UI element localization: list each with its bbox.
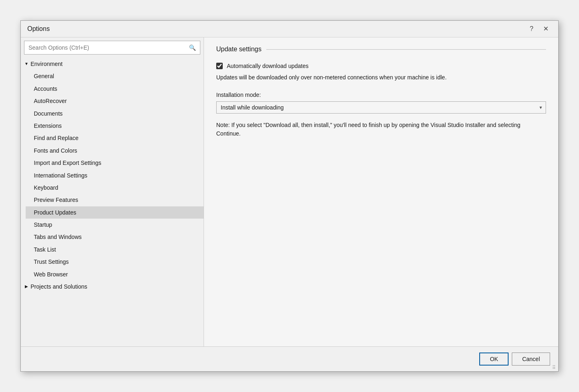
tree-item-environment[interactable]: ▼ Environment	[21, 58, 204, 70]
tree-item-keyboard[interactable]: Keyboard	[26, 182, 204, 194]
projects-label: Projects and Solutions	[31, 282, 87, 291]
tree-item-extensions[interactable]: Extensions	[26, 120, 204, 132]
tree-item-accounts[interactable]: Accounts	[26, 83, 204, 95]
auto-download-label: Automatically download updates	[227, 63, 309, 69]
section-title: Update settings	[216, 46, 261, 53]
environment-label: Environment	[31, 59, 63, 68]
search-icon: 🔍	[189, 44, 196, 51]
note-text: Note: If you select "Download all, then …	[216, 121, 522, 138]
tree-item-autorecover[interactable]: AutoRecover	[26, 95, 204, 107]
tree-item-startup[interactable]: Startup	[26, 219, 204, 231]
options-dialog: Options ? ✕ 🔍 ▼ Environment	[20, 20, 559, 372]
installation-mode-dropdown[interactable]: Install while downloading Download all, …	[216, 101, 546, 114]
dialog-title: Options	[27, 25, 50, 33]
environment-children: General Accounts AutoRecover Documents E…	[21, 70, 204, 280]
search-input[interactable]	[29, 44, 189, 51]
ok-button[interactable]: OK	[479, 353, 509, 366]
tree-item-documents[interactable]: Documents	[26, 107, 204, 120]
left-panel: 🔍 ▼ Environment General Accounts AutoRec…	[21, 37, 204, 346]
right-panel: Update settings Automatically download u…	[204, 37, 558, 346]
tree-item-product-updates[interactable]: Product Updates	[26, 206, 204, 219]
installation-mode-label: Installation mode:	[216, 92, 546, 98]
tree-item-find-replace[interactable]: Find and Replace	[26, 132, 204, 144]
search-box[interactable]: 🔍	[24, 41, 200, 55]
help-button[interactable]: ?	[526, 25, 537, 33]
section-header: Update settings	[216, 46, 546, 53]
tree-item-task-list[interactable]: Task List	[26, 243, 204, 256]
cancel-button[interactable]: Cancel	[512, 353, 550, 366]
tree-item-general[interactable]: General	[26, 70, 204, 82]
title-bar: Options ? ✕	[21, 21, 558, 37]
auto-download-row: Automatically download updates	[216, 63, 546, 69]
tree-item-fonts-colors[interactable]: Fonts and Colors	[26, 145, 204, 157]
tree-item-projects[interactable]: ▶ Projects and Solutions	[21, 280, 204, 293]
tree-item-web-browser[interactable]: Web Browser	[26, 268, 204, 280]
auto-download-description: Updates will be downloaded only over non…	[216, 73, 522, 82]
tree-item-tabs-windows[interactable]: Tabs and Windows	[26, 231, 204, 243]
dialog-body: 🔍 ▼ Environment General Accounts AutoRec…	[21, 37, 558, 346]
dialog-footer: OK Cancel	[21, 346, 558, 371]
chevron-right-icon: ▶	[24, 283, 29, 290]
tree-item-preview[interactable]: Preview Features	[26, 194, 204, 206]
tree-item-import-export[interactable]: Import and Export Settings	[26, 157, 204, 169]
dropdown-wrapper: Install while downloading Download all, …	[216, 101, 546, 114]
resize-handle[interactable]: ⠿	[552, 365, 557, 370]
auto-download-checkbox[interactable]	[216, 63, 223, 69]
tree-item-international[interactable]: International Settings	[26, 169, 204, 182]
tree-view: ▼ Environment General Accounts AutoRecov…	[21, 58, 204, 346]
chevron-down-icon: ▼	[24, 61, 29, 67]
close-button[interactable]: ✕	[540, 25, 552, 33]
tree-item-trust-settings[interactable]: Trust Settings	[26, 256, 204, 268]
title-bar-controls: ? ✕	[526, 25, 552, 33]
section-divider	[266, 49, 546, 50]
